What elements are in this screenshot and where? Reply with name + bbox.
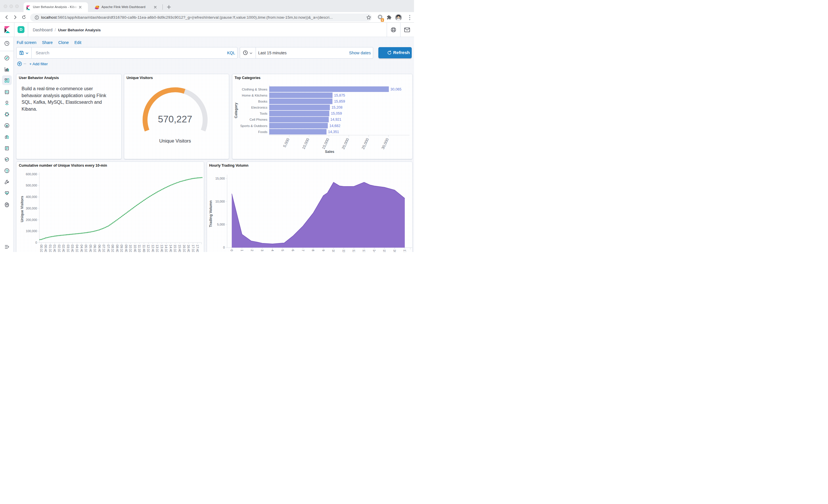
svg-text:100,000: 100,000 [26, 229, 37, 233]
svg-text:12:40: 12:40 [151, 244, 155, 252]
svg-text:Foods: Foods [258, 130, 267, 134]
svg-text:12:10: 12:10 [147, 244, 150, 252]
svg-text:4: 4 [271, 249, 274, 251]
svg-text:1: 1 [240, 249, 244, 251]
svg-text:15: 15 [383, 249, 386, 252]
svg-text:Cell Phones: Cell Phones [249, 118, 267, 121]
svg-text:05:10: 05:10 [84, 244, 88, 252]
svg-text:Sales: Sales [325, 150, 334, 154]
svg-text:200,000: 200,000 [26, 218, 37, 222]
svg-text:04:10: 04:10 [75, 244, 79, 252]
svg-text:05:40: 05:40 [89, 244, 92, 252]
svg-text:07:40: 07:40 [107, 244, 110, 252]
svg-text:02:40: 02:40 [62, 244, 65, 252]
svg-text:01:40: 01:40 [53, 244, 56, 252]
svg-text:5,000: 5,000 [282, 137, 290, 148]
svg-text:Category: Category [234, 103, 238, 118]
svg-text:14:10: 14:10 [164, 244, 168, 252]
svg-text:Electronics: Electronics [251, 106, 267, 109]
svg-text:03:10: 03:10 [67, 244, 70, 252]
svg-text:12: 12 [352, 249, 356, 252]
svg-text:15,208: 15,208 [331, 105, 342, 109]
svg-text:300,000: 300,000 [26, 207, 37, 210]
svg-text:03:40: 03:40 [71, 244, 74, 252]
svg-text:14:40: 14:40 [169, 244, 172, 252]
svg-text:3: 3 [260, 249, 264, 251]
svg-text:600,000: 600,000 [26, 172, 37, 176]
svg-text:6: 6 [291, 249, 295, 251]
svg-text:13: 13 [362, 249, 366, 252]
svg-text:14,682: 14,682 [329, 124, 340, 128]
svg-text:10: 10 [332, 249, 335, 252]
svg-text:15:40: 15:40 [178, 244, 181, 252]
svg-text:Books: Books [258, 100, 267, 103]
svg-text:Clothing & Shoes: Clothing & Shoes [242, 88, 267, 91]
svg-text:8: 8 [312, 249, 315, 251]
svg-text:09:10: 09:10 [120, 244, 123, 252]
svg-text:5,000: 5,000 [217, 223, 225, 226]
svg-text:30,065: 30,065 [390, 87, 401, 91]
svg-text:30,000: 30,000 [380, 137, 389, 150]
svg-text:500,000: 500,000 [26, 184, 37, 187]
svg-text:11: 11 [342, 249, 345, 252]
svg-text:10,000: 10,000 [301, 137, 310, 150]
svg-text:11:40: 11:40 [142, 244, 146, 252]
svg-text:25,000: 25,000 [361, 137, 369, 150]
svg-text:13:10: 13:10 [156, 244, 159, 252]
svg-text:11:10: 11:10 [138, 244, 141, 252]
svg-text:08:10: 08:10 [111, 244, 115, 252]
svg-text:Tools: Tools [260, 112, 267, 115]
svg-text:Unique Visitors: Unique Visitors [20, 196, 24, 222]
svg-text:06:40: 06:40 [98, 244, 101, 252]
svg-text:15,059: 15,059 [331, 111, 341, 116]
svg-text:2: 2 [250, 249, 254, 251]
svg-text:7: 7 [301, 249, 305, 251]
svg-text:14,351: 14,351 [328, 130, 339, 134]
svg-text:Trading Volumn: Trading Volumn [209, 200, 213, 227]
svg-text:14,921: 14,921 [330, 118, 341, 122]
svg-text:10,000: 10,000 [215, 200, 225, 203]
svg-text:13:40: 13:40 [160, 244, 164, 252]
svg-text:07:10: 07:10 [102, 244, 106, 252]
svg-text:0: 0 [35, 241, 37, 244]
svg-text:0: 0 [223, 246, 225, 249]
svg-text:17:40: 17:40 [196, 244, 199, 252]
svg-text:15,000: 15,000 [321, 137, 330, 150]
svg-text:10:40: 10:40 [133, 244, 137, 252]
svg-text:400,000: 400,000 [26, 195, 37, 198]
svg-text:15,859: 15,859 [334, 99, 345, 103]
svg-text:5: 5 [281, 249, 284, 251]
svg-text:01:10: 01:10 [49, 244, 52, 252]
svg-text:17: 17 [403, 249, 407, 252]
svg-text:09:40: 09:40 [124, 244, 128, 252]
svg-text:20,000: 20,000 [341, 137, 349, 150]
svg-text:0: 0 [230, 249, 234, 251]
svg-text:16:40: 16:40 [187, 244, 190, 252]
svg-text:Home & Kitchens: Home & Kitchens [242, 94, 267, 97]
svg-text:04:40: 04:40 [80, 244, 83, 252]
svg-text:1: 1 [381, 18, 383, 21]
svg-text:08:40: 08:40 [116, 244, 119, 252]
svg-text:16: 16 [393, 249, 397, 252]
svg-text:00:40: 00:40 [44, 244, 47, 252]
svg-text:17:10: 17:10 [192, 244, 195, 252]
svg-text:16:10: 16:10 [182, 244, 186, 252]
svg-text:9: 9 [322, 249, 325, 251]
svg-text:14: 14 [373, 249, 376, 252]
svg-text:15,875: 15,875 [334, 93, 345, 97]
svg-text:00:10: 00:10 [40, 244, 43, 252]
svg-text:Sports & Outdoors: Sports & Outdoors [240, 124, 267, 128]
svg-text:570,227: 570,227 [158, 114, 192, 125]
svg-text:Unique Visitors: Unique Visitors [159, 138, 191, 143]
svg-text:15,000: 15,000 [215, 177, 225, 180]
svg-text:15:10: 15:10 [173, 244, 177, 252]
svg-text:02:10: 02:10 [57, 244, 61, 252]
svg-text:10:10: 10:10 [129, 244, 132, 252]
svg-text:06:10: 06:10 [93, 244, 96, 252]
